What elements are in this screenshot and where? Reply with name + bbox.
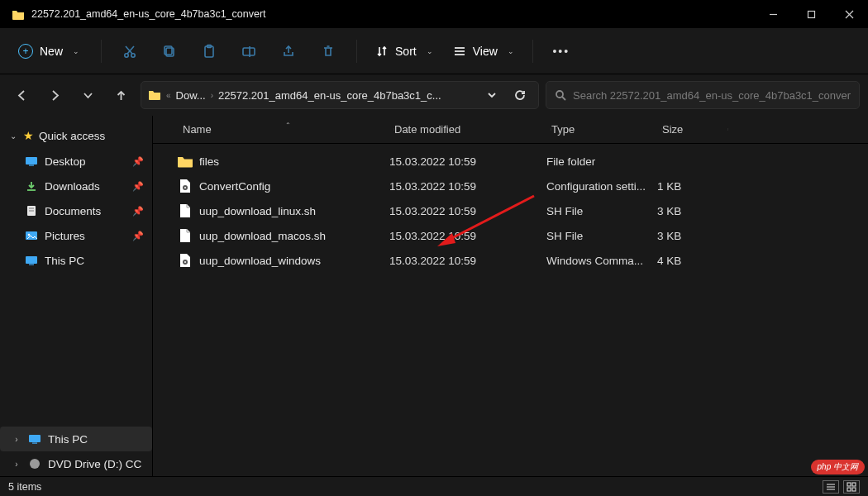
svg-point-17 <box>556 91 563 98</box>
download-icon <box>25 180 38 192</box>
column-name[interactable]: ⌃Name <box>183 123 394 136</box>
chevron-down-icon: ⌄ <box>8 131 18 141</box>
sidebar-item-downloads[interactable]: Downloads📌 <box>3 174 149 198</box>
view-button[interactable]: View ⌄ <box>446 36 521 66</box>
delete-button[interactable] <box>312 35 345 68</box>
separator <box>101 40 102 63</box>
file-row[interactable]: uup_download_linux.sh15.03.2022 10:59SH … <box>153 198 868 223</box>
back-button[interactable] <box>8 82 35 108</box>
search-input[interactable] <box>573 89 851 102</box>
svg-rect-28 <box>29 265 34 265</box>
file-name: uup_download_macos.sh <box>199 230 326 242</box>
column-type[interactable]: Type <box>551 123 662 136</box>
search-box[interactable] <box>546 81 860 109</box>
rename-button[interactable] <box>232 35 265 68</box>
paste-button[interactable] <box>193 35 226 68</box>
svg-rect-27 <box>26 256 37 264</box>
file-row[interactable]: uup_download_windows15.03.2022 10:59Wind… <box>153 248 868 273</box>
up-button[interactable] <box>107 82 134 108</box>
folder-icon <box>148 88 161 103</box>
pc-icon <box>28 433 41 445</box>
new-button-label: New <box>40 45 63 58</box>
chevron-right-icon: › <box>12 435 21 444</box>
share-button[interactable] <box>272 35 305 68</box>
column-size[interactable]: Size <box>662 123 728 136</box>
watermark-badge: php 中文网 <box>811 460 865 475</box>
recent-button[interactable] <box>74 82 101 108</box>
star-icon: ★ <box>23 129 34 142</box>
pc-icon <box>25 255 38 266</box>
svg-point-34 <box>184 187 186 188</box>
address-dropdown-button[interactable] <box>480 83 503 107</box>
separator <box>356 40 357 63</box>
column-headers: ⌃Name Date modified Type Size <box>153 116 868 144</box>
cut-button[interactable] <box>113 35 146 68</box>
file-date: 15.03.2022 10:59 <box>389 205 546 217</box>
separator <box>532 40 533 63</box>
file-name: uup_download_linux.sh <box>199 205 316 217</box>
forward-button[interactable] <box>41 82 68 108</box>
quick-access-label: Quick access <box>39 130 105 142</box>
file-name: ConvertConfig <box>199 180 270 193</box>
sort-indicator-icon: ⌃ <box>285 122 291 129</box>
copy-button[interactable] <box>153 35 186 68</box>
file-type: SH File <box>546 230 657 242</box>
item-count: 5 items <box>8 481 41 493</box>
disc-icon <box>28 458 41 470</box>
cfg-icon <box>176 177 194 195</box>
file-name: files <box>199 155 219 168</box>
more-button[interactable]: ••• <box>545 35 578 68</box>
refresh-button[interactable] <box>508 83 532 107</box>
chevron-down-icon: ⌄ <box>508 47 514 55</box>
svg-rect-45 <box>852 488 856 491</box>
thumbnails-view-toggle[interactable] <box>843 480 860 494</box>
address-bar[interactable]: « Dow...› 22572.201_amd64_en-us_core_4b7… <box>141 81 539 109</box>
sidebar-item-pictures[interactable]: Pictures📌 <box>3 223 149 248</box>
sort-button[interactable]: Sort ⌄ <box>369 36 440 66</box>
file-row[interactable]: ConvertConfig15.03.2022 10:59Configurati… <box>153 174 868 198</box>
chevron-down-icon: ⌄ <box>73 47 79 55</box>
sidebar-item-dvd-drive[interactable]: › DVD Drive (D:) CC <box>0 451 152 476</box>
pin-icon: 📌 <box>132 231 144 241</box>
file-size: 1 KB <box>657 180 723 193</box>
file-size: 3 KB <box>657 205 723 217</box>
column-date[interactable]: Date modified <box>394 123 551 136</box>
window-title: 22572.201_amd64_en-us_core_4b7ba3c1_conv… <box>31 8 754 20</box>
new-button[interactable]: + New ⌄ <box>8 36 89 66</box>
file-icon <box>176 202 194 220</box>
file-type: SH File <box>546 205 657 217</box>
details-view-toggle[interactable] <box>823 480 839 494</box>
close-button[interactable] <box>830 0 868 28</box>
sidebar-item-this-pc[interactable]: This PC <box>3 248 149 273</box>
nav-row: « Dow...› 22572.201_amd64_en-us_core_4b7… <box>0 74 868 116</box>
sidebar-item-documents[interactable]: Documents📌 <box>3 198 149 223</box>
svg-rect-44 <box>847 488 851 491</box>
file-name: uup_download_windows <box>199 255 321 267</box>
file-row[interactable]: files15.03.2022 10:59File folder <box>153 149 868 174</box>
pictures-icon <box>25 230 38 241</box>
plus-icon: + <box>18 44 33 59</box>
sidebar-item-desktop[interactable]: Desktop📌 <box>3 149 149 174</box>
file-date: 15.03.2022 10:59 <box>389 180 546 193</box>
sidebar-item-this-pc-bottom[interactable]: › This PC <box>0 427 152 451</box>
file-list: ⌃Name Date modified Type Size files15.03… <box>153 116 868 476</box>
svg-rect-1 <box>808 11 814 17</box>
minimize-button[interactable] <box>754 0 792 28</box>
breadcrumb-segment[interactable]: 22572.201_amd64_en-us_core_4b7ba3c1_c... <box>218 89 441 102</box>
svg-rect-20 <box>29 165 34 166</box>
pin-icon: 📌 <box>132 181 144 192</box>
title-bar: 22572.201_amd64_en-us_core_4b7ba3c1_conv… <box>0 0 868 28</box>
pin-icon: 📌 <box>132 206 144 217</box>
maximize-button[interactable] <box>792 0 830 28</box>
sidebar-quick-access[interactable]: ⌄ ★ Quick access <box>3 122 149 149</box>
document-icon <box>25 205 38 217</box>
file-row[interactable]: uup_download_macos.sh15.03.2022 10:59SH … <box>153 223 868 248</box>
view-label: View <box>473 45 498 58</box>
file-date: 15.03.2022 10:59 <box>389 155 546 168</box>
file-type: Configuration setti... <box>546 180 657 193</box>
svg-rect-19 <box>26 157 37 165</box>
breadcrumb-segment[interactable]: Dow...› <box>176 89 213 102</box>
svg-line-18 <box>562 97 565 100</box>
command-bar: + New ⌄ Sort ⌄ View ⌄ ••• <box>0 28 868 74</box>
status-bar: 5 items <box>0 476 868 496</box>
